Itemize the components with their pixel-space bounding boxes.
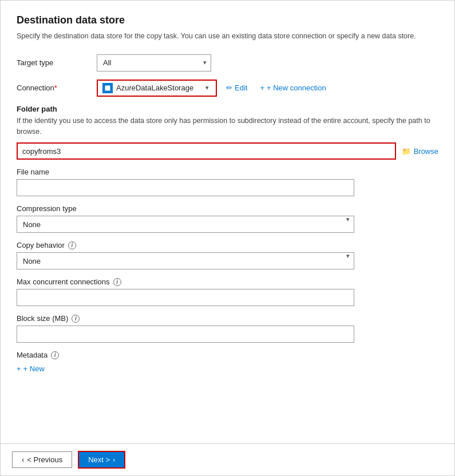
next-arrow-icon: › (113, 455, 115, 464)
folder-path-desc: If the identity you use to access the da… (17, 116, 438, 137)
connection-dropdown-btn[interactable]: ▾ (203, 84, 211, 92)
max-concurrent-info-icon: i (113, 278, 121, 286)
footer: ‹ < Previous Next > › (1, 443, 454, 475)
next-button[interactable]: Next > › (78, 451, 125, 469)
copy-behavior-label: Copy behavior i (17, 241, 438, 249)
page-subtitle: Specify the destination data store for t… (17, 31, 438, 42)
edit-button[interactable]: ✏ Edit (223, 81, 251, 94)
edit-icon: ✏ (226, 84, 232, 92)
metadata-info-icon: i (51, 351, 59, 359)
folder-path-input[interactable] (17, 142, 396, 160)
new-metadata-button[interactable]: + + New (17, 362, 45, 375)
compression-type-select[interactable]: None (17, 216, 354, 233)
block-size-label: Block size (MB) i (17, 314, 438, 323)
connection-icon (102, 83, 113, 93)
folder-icon: 📁 (402, 147, 411, 156)
prev-arrow-icon: ‹ (22, 455, 24, 464)
folder-path-title: Folder path (17, 105, 438, 113)
previous-button[interactable]: ‹ < Previous (12, 451, 72, 468)
block-size-info-icon: i (72, 315, 80, 323)
copy-behavior-select[interactable]: None (17, 252, 354, 269)
connection-value: AzureDataLakeStorage (116, 84, 200, 92)
metadata-label: Metadata i (17, 351, 438, 359)
plus-icon: + (260, 84, 264, 92)
max-concurrent-input[interactable] (17, 289, 354, 306)
block-size-input[interactable] (17, 326, 354, 343)
connection-box: AzureDataLakeStorage ▾ (97, 80, 217, 97)
new-connection-button[interactable]: + + New connection (256, 81, 329, 94)
target-type-select[interactable]: All (97, 54, 211, 72)
max-concurrent-label: Max concurrent connections i (17, 277, 438, 286)
compression-type-label: Compression type (17, 204, 438, 213)
svg-rect-0 (105, 85, 110, 90)
file-name-label: File name (17, 168, 438, 176)
copy-behavior-info-icon: i (68, 241, 76, 249)
target-type-label: Target type (17, 58, 97, 67)
new-plus-icon: + (17, 364, 21, 373)
connection-label: Connection* (17, 84, 97, 92)
page-title: Destination data store (17, 14, 438, 26)
browse-button[interactable]: 📁 Browse (402, 147, 438, 156)
file-name-input[interactable] (17, 179, 354, 196)
